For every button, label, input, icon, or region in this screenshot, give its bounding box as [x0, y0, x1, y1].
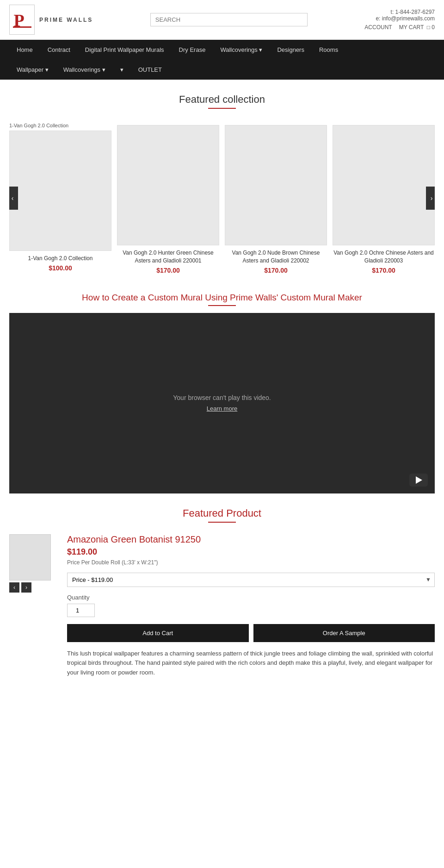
nav-wallpaper[interactable]: Wallpaper ▾ — [9, 60, 56, 80]
nav-dropdown[interactable]: ▾ — [113, 60, 131, 80]
featured-product-underline — [208, 522, 236, 523]
youtube-play-icon — [416, 476, 422, 484]
account-link[interactable]: ACCOUNT — [364, 24, 392, 31]
collection-item-name-2: Van Gogh 2.0 Nude Brown Chinese Asters a… — [225, 249, 327, 265]
quantity-input[interactable] — [67, 604, 95, 617]
cart-link[interactable]: MY CART □ 0 — [399, 24, 435, 31]
nav-row-1: Home Contract Digital Print Wallpaper Mu… — [9, 40, 435, 60]
video-learn-more-link[interactable]: Learn more — [207, 405, 237, 412]
product-main-image — [9, 534, 51, 581]
collection-item-1: Van Gogh 2.0 Hunter Green Chinese Asters… — [117, 123, 219, 274]
collection-item-img-3[interactable] — [333, 125, 435, 245]
product-thumb-next[interactable]: › — [21, 582, 31, 593]
collection-item-3: Van Gogh 2.0 Ochre Chinese Asters and Gl… — [333, 123, 435, 274]
collection-item-2: Van Gogh 2.0 Nude Brown Chinese Asters a… — [225, 123, 327, 274]
video-underline — [208, 305, 236, 306]
collection-item-0: 1-Van Gogh 2.0 Collection 1-Van Gogh 2.0… — [9, 123, 111, 274]
logo-box: P — [9, 5, 35, 35]
search-input[interactable] — [150, 13, 308, 26]
product-buttons: Add to Cart Order A Sample — [67, 624, 435, 642]
nav-wallcoverings-1[interactable]: Wallcoverings ▾ — [213, 40, 270, 60]
collection-item-img-0[interactable] — [9, 131, 111, 251]
collection-item-price-3: $170.00 — [333, 267, 435, 274]
nav-designers[interactable]: Designers — [270, 40, 312, 60]
collection-item-name-0: 1-Van Gogh 2.0 Collection — [9, 255, 111, 262]
product-thumb-prev[interactable]: ‹ — [9, 582, 19, 593]
collection-item-label-0: 1-Van Gogh 2.0 Collection — [9, 123, 111, 128]
header-right: t: 1-844-287-6297 e: info@primewalls.com… — [364, 9, 435, 31]
search-area — [150, 13, 308, 26]
carousel-prev-button[interactable]: ‹ — [9, 187, 18, 210]
header-links: ACCOUNT MY CART □ 0 — [364, 24, 435, 31]
product-name: Amazonia Green Botanist 91250 — [67, 534, 435, 545]
video-container: Your browser can't play this video. Lear… — [9, 313, 435, 493]
featured-product-section: Featured Product ‹ › Amazonia Green Bota… — [0, 493, 444, 692]
product-price: $119.00 — [67, 547, 435, 557]
price-select-wrapper: Price - $119.00 ▼ — [67, 573, 435, 587]
nav-digital-print[interactable]: Digital Print Wallpaper Murals — [78, 40, 172, 60]
add-to-cart-button[interactable]: Add to Cart — [67, 624, 249, 642]
collection-item-price-2: $170.00 — [225, 267, 327, 274]
collection-item-price-0: $100.00 — [9, 264, 111, 272]
nav-rooms[interactable]: Rooms — [312, 40, 345, 60]
logo-area: P PRIME WALLS — [9, 5, 93, 35]
logo-text: PRIME WALLS — [39, 17, 93, 23]
product-info: Amazonia Green Botanist 91250 $119.00 Pr… — [67, 534, 435, 678]
collection-item-name-1: Van Gogh 2.0 Hunter Green Chinese Asters… — [117, 249, 219, 265]
logo-bar — [13, 26, 31, 28]
nav-dry-erase[interactable]: Dry Erase — [172, 40, 213, 60]
featured-product-title: Featured Product — [9, 507, 435, 519]
site-header: P PRIME WALLS t: 1-844-287-6297 e: info@… — [0, 0, 444, 40]
order-sample-button[interactable]: Order A Sample — [253, 624, 435, 642]
main-nav: Home Contract Digital Print Wallpaper Mu… — [0, 40, 444, 80]
product-thumb-nav: ‹ › — [9, 582, 56, 593]
featured-collection-title: Featured collection — [9, 94, 435, 106]
phone-number: t: 1-844-287-6297 — [364, 9, 435, 15]
collection-wrapper: ‹ 1-Van Gogh 2.0 Collection 1-Van Gogh 2… — [9, 118, 435, 279]
collection-item-price-1: $170.00 — [117, 267, 219, 274]
nav-wallcoverings-2[interactable]: Wallcoverings ▾ — [56, 60, 113, 80]
video-section-title: How to Create a Custom Mural Using Prime… — [9, 293, 435, 303]
carousel-next-button[interactable]: › — [426, 187, 435, 210]
youtube-icon[interactable] — [409, 474, 428, 487]
collection-grid: 1-Van Gogh 2.0 Collection 1-Van Gogh 2.0… — [9, 118, 435, 279]
email-address: e: info@primewalls.com — [364, 15, 435, 22]
collection-item-img-1[interactable] — [117, 125, 219, 245]
main-content: Featured collection ‹ 1-Van Gogh 2.0 Col… — [0, 94, 444, 493]
quantity-label: Quantity — [67, 594, 435, 601]
product-layout: ‹ › Amazonia Green Botanist 91250 $119.0… — [9, 534, 435, 678]
collection-item-name-3: Van Gogh 2.0 Ochre Chinese Asters and Gl… — [333, 249, 435, 265]
nav-row-2: Wallpaper ▾ Wallcoverings ▾ ▾ OUTLET — [9, 60, 435, 80]
video-browser-message: Your browser can't play this video. — [173, 394, 271, 401]
nav-home[interactable]: Home — [9, 40, 40, 60]
product-description: This lush tropical wallpaper features a … — [67, 649, 435, 678]
product-thumbnail-area: ‹ › — [9, 534, 56, 593]
price-select[interactable]: Price - $119.00 — [67, 573, 435, 587]
featured-collection-underline — [208, 108, 236, 109]
nav-outlet[interactable]: OUTLET — [131, 60, 169, 80]
collection-item-img-2[interactable] — [225, 125, 327, 245]
product-price-description: Price Per Double Roll (L:33' x W:21") — [67, 559, 435, 566]
nav-contract[interactable]: Contract — [40, 40, 78, 60]
